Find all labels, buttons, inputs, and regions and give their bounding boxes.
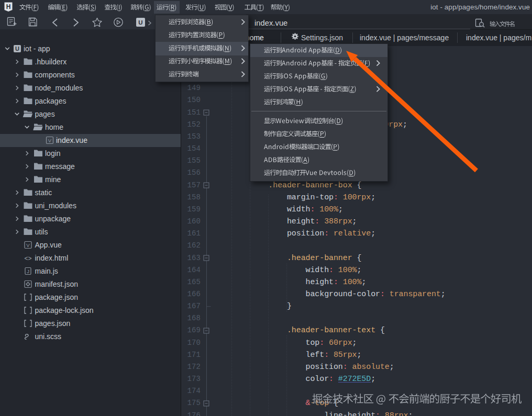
svg-text:<>: <> <box>24 255 31 262</box>
svg-text:V: V <box>26 242 30 248</box>
svg-text:H: H <box>6 3 11 10</box>
svg-text:J: J <box>27 268 29 274</box>
svg-text:U: U <box>138 19 142 26</box>
svg-text:U: U <box>15 46 19 52</box>
svg-text:V: V <box>48 138 52 143</box>
